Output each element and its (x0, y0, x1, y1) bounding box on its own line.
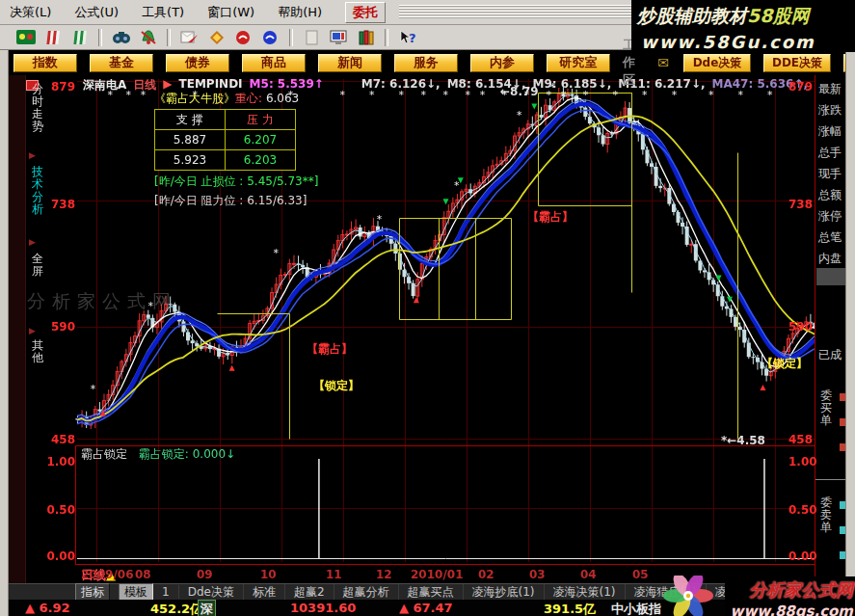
quote-divider (815, 479, 846, 480)
main-tab[interactable]: 内参 (470, 54, 534, 72)
toolbar-separator (289, 29, 293, 46)
ticker-item: ▲ 67.47 (399, 601, 453, 615)
xaxis-label: 2010/01 (411, 568, 463, 581)
bell-icon[interactable] (136, 27, 160, 47)
y-axis-label-right: 738 (788, 198, 827, 211)
menu-item[interactable]: 决策(L) (10, 4, 51, 21)
quote-done-label: 已成 (818, 347, 842, 363)
y-axis-label-left: 738 (37, 198, 75, 211)
xaxis-label: 09 (197, 568, 213, 581)
status-button[interactable]: 超赢2 (294, 584, 334, 601)
status-button[interactable]: 凌海决策(1) (553, 584, 626, 601)
main-tab[interactable]: 基金 (90, 54, 153, 72)
subpane-title: 霸占锁定 霸占锁定: 0.000↓ (81, 446, 235, 463)
help-cursor-icon[interactable]: ? (395, 27, 419, 47)
main-tab[interactable]: 商品 (242, 54, 306, 72)
pressure-header: 压 力 (226, 110, 296, 130)
y-axis-label-left: 590 (37, 320, 75, 334)
phone-red-icon[interactable] (231, 27, 255, 47)
status-button[interactable]: 凌海抄底(1) (472, 584, 545, 601)
chart-annotation: *←4.58 (721, 434, 765, 447)
monitor-icon[interactable] (327, 27, 351, 47)
pressure-value: 6.207 (226, 130, 296, 150)
sidebar-item-全屏[interactable]: 全 屏 (29, 253, 46, 278)
ticker-item: 深 (198, 600, 216, 616)
status-button[interactable]: 标准 (253, 584, 285, 601)
watermark-bottom: 分析家公式网 www.88gs.com (725, 576, 855, 616)
ghost-watermark: 分析家公式网 (27, 289, 177, 314)
chart-annotation: 【霸占】 (527, 209, 574, 226)
y-axis-label-right: 0.00 (788, 549, 827, 563)
support-pressure-table: 支 撑压 力5.8876.2075.9236.203 (154, 109, 296, 171)
watermark-top-line2: www.58Gu.com (641, 32, 855, 52)
tab-bar: 指数基金债券商品新闻服务内参研究室工作区✉Dde决策DDE决策主 (0, 50, 855, 75)
y-axis-label-left: 458 (37, 433, 75, 446)
diamond-icon[interactable] (204, 27, 228, 47)
mail-icon[interactable] (177, 27, 201, 47)
main-tab[interactable]: 研究室 (547, 54, 610, 72)
phone-blue-icon[interactable] (258, 27, 282, 47)
xaxis-label: 10 (260, 568, 277, 581)
sidebar-item-其他[interactable]: 其 他 (29, 339, 46, 364)
main-tab[interactable]: 债券 (166, 54, 229, 72)
binoculars-icon[interactable] (109, 27, 133, 47)
left-edge-strip[interactable] (0, 50, 9, 616)
y-axis-label-left: 0.50 (37, 503, 75, 517)
subpane-name: 霸占锁定 (81, 447, 127, 461)
nav-arrow-icon: ▶ (29, 326, 36, 335)
y-axis-label-right: 1.00 (788, 455, 827, 469)
price-chart-canvas[interactable] (0, 75, 855, 583)
menu-item[interactable]: 公式(U) (74, 4, 119, 21)
support-pressure-body: 支 撑压 力5.8876.2075.9236.203 (155, 110, 296, 171)
stoploss-line: [昨/今日 止损位 : 5.45/5.73**] (154, 174, 318, 190)
gravity-label: 重心: (235, 92, 262, 105)
status-button[interactable]: 1 (162, 585, 179, 599)
indicator-segment: M7: 6.126↓, (361, 77, 441, 94)
svg-text:?: ? (409, 31, 416, 45)
status-button[interactable]: 超赢买点 (408, 584, 464, 601)
subpane-value: 霸占锁定: 0.000↓ (139, 447, 235, 461)
menu-items-container: 决策(L)公式(U)工具(T)窗口(W)帮助(H) (10, 4, 345, 21)
watermark-top: 炒股辅助教材58股网 www.58Gu.com (631, 0, 855, 52)
xaxis-label: 02 (478, 568, 494, 581)
menu-item[interactable]: 窗口(W) (207, 4, 254, 21)
page-icon[interactable] (300, 27, 324, 47)
chart-annotation: 【锁定】 (313, 378, 360, 394)
support-header: 支 撑 (155, 110, 226, 130)
quote-label: 内盘 (818, 251, 842, 267)
quote-gray-block (816, 268, 845, 285)
support-value: 5.923 (155, 150, 226, 171)
mail-envelope-icon[interactable]: ✉ (657, 55, 669, 70)
watermark-bottom-title: 分析家公式网 (725, 578, 853, 602)
chart-annotation: 【霸占】 (307, 341, 353, 358)
main-tab[interactable]: 新闻 (318, 54, 382, 72)
y-axis-label-left: 0.00 (37, 549, 75, 563)
dde-tab[interactable]: Dde决策 (683, 54, 751, 72)
xaxis-label: 08 (135, 568, 151, 581)
toolbar-separator (98, 29, 102, 46)
status-button[interactable]: 超赢分析 (343, 584, 399, 601)
main-tab[interactable]: 服务 (394, 54, 458, 72)
quote-label: 总手 (818, 145, 842, 161)
y-axis-label-right: 458 (788, 433, 827, 446)
chart-annotation: ←8.79 (500, 85, 539, 98)
toolbar-separator (385, 29, 388, 46)
menu-item[interactable]: 帮助(H) (278, 4, 322, 21)
status-button[interactable]: 指标 (75, 583, 110, 602)
books-icon[interactable] (354, 27, 378, 47)
right-edge-strip[interactable] (845, 50, 855, 576)
menu-item[interactable]: 工具(T) (142, 4, 184, 21)
xaxis-label: 12 (376, 568, 392, 581)
app-screen: 决策(L)公式(U)工具(T)窗口(W)帮助(H) 委托 太 ? 指数基金债券商… (0, 0, 855, 616)
flag-red-stripe-icon[interactable] (40, 27, 65, 47)
status-button[interactable]: Dde决策 (188, 584, 244, 601)
entrust-button[interactable]: 委托 (345, 2, 386, 23)
main-tab[interactable]: 指数 (13, 54, 77, 72)
status-button[interactable]: 模板 (119, 583, 153, 602)
quote-buy-label: 委 买 单 (820, 389, 832, 427)
ticker-item: ▲ 6.92 (25, 601, 70, 615)
dde-tab[interactable]: DDE决策 (763, 54, 831, 72)
market-flag-icon[interactable] (13, 27, 38, 47)
flag-green-stripe-icon[interactable] (67, 27, 92, 47)
ticker-item: 10391.60 (290, 601, 356, 615)
